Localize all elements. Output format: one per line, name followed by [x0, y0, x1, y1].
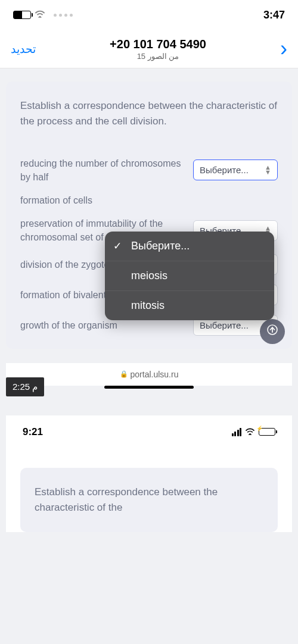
- popup-option[interactable]: mitosis: [105, 290, 274, 320]
- url-bar[interactable]: 🔒 portal.ulsu.ru م 2:25: [6, 363, 292, 386]
- scroll-top-button[interactable]: [260, 319, 285, 344]
- checkmark-icon: ✓: [113, 240, 122, 252]
- video-timestamp: م 2:25: [6, 377, 44, 396]
- content-area: Establish a correspondence between the c…: [0, 68, 298, 532]
- second-screenshot: 9:21 ⚡ Establish a correspondence betwee…: [6, 415, 292, 533]
- select-value: Выберите...: [200, 165, 249, 175]
- matching-row: reducing the number of chromosomes by ha…: [20, 157, 278, 184]
- row-label: formation of cells: [20, 193, 278, 207]
- row-label: reducing the number of chromosomes by ha…: [20, 157, 185, 184]
- second-question-text: Establish a correspondence between the c…: [35, 484, 263, 516]
- contact-title: +20 101 704 5490: [36, 37, 280, 51]
- second-clock: 9:21: [23, 426, 43, 438]
- popup-option-selected[interactable]: ✓ Выберите...: [105, 232, 274, 261]
- stepper-icon: ▲▼: [265, 165, 271, 174]
- select-dropdown[interactable]: Выберите... ▲▼: [193, 160, 278, 180]
- battery-charging-icon: ⚡: [259, 428, 275, 436]
- nav-center: +20 101 704 5490 15 من الصور: [36, 37, 280, 61]
- second-status-icons: ⚡: [232, 427, 276, 437]
- battery-icon: [13, 11, 31, 19]
- url-text: portal.ulsu.ru: [131, 370, 179, 379]
- wifi-icon: [245, 427, 255, 437]
- popup-option-label: mitosis: [131, 299, 164, 311]
- popup-option[interactable]: meiosis: [105, 261, 274, 290]
- row-label: growth of the organism: [20, 318, 185, 332]
- arrow-up-icon: [267, 324, 278, 338]
- second-question-card: Establish a correspondence between the c…: [20, 468, 278, 533]
- question-text: Establish a correspondence between the c…: [20, 98, 278, 130]
- home-indicator: [104, 386, 194, 389]
- signal-icon: [232, 428, 242, 436]
- second-status-bar: 9:21 ⚡: [20, 424, 278, 462]
- question-card: Establish a correspondence between the c…: [6, 82, 292, 349]
- app-dots: [54, 14, 73, 17]
- popup-option-label: meiosis: [131, 270, 167, 282]
- select-value: Выберите...: [200, 320, 249, 330]
- dropdown-popup: ✓ Выберите... meiosis mitosis: [105, 232, 274, 320]
- popup-option-label: Выберите...: [131, 240, 190, 252]
- select-action[interactable]: تحديد: [11, 42, 36, 56]
- status-bar: 3:47: [0, 0, 298, 30]
- lock-icon: 🔒: [120, 370, 128, 378]
- nav-bar: تحديد +20 101 704 5490 15 من الصور ›: [0, 30, 298, 68]
- matching-row: formation of cells: [20, 193, 278, 207]
- photo-count: 15 من الصور: [36, 52, 280, 61]
- clock: 3:47: [263, 9, 285, 21]
- status-left: [13, 10, 73, 20]
- back-chevron-icon[interactable]: ›: [280, 38, 287, 60]
- bottom-fade: [0, 630, 298, 644]
- wifi-icon: [35, 10, 45, 20]
